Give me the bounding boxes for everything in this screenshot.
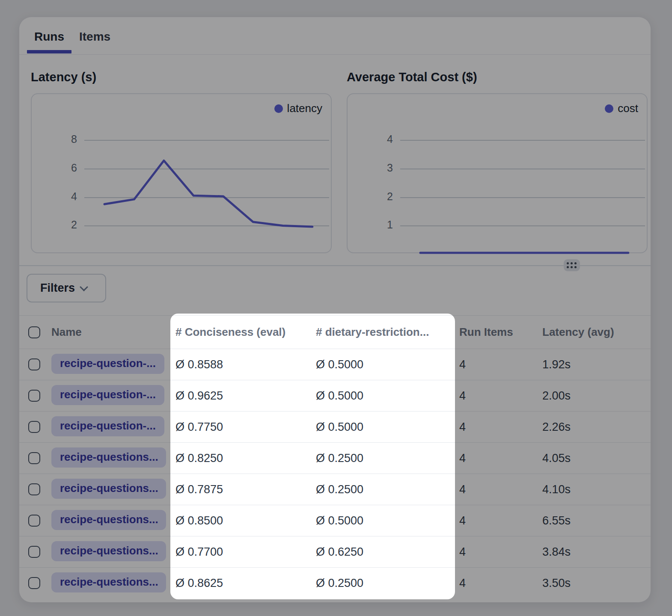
- latency-legend-dot-icon: [274, 104, 283, 113]
- conciseness-value: Ø 0.7875: [175, 483, 316, 496]
- latency-avg-value: 3.84s: [542, 545, 651, 559]
- dietary-restriction-value: Ø 0.5000: [316, 514, 459, 527]
- column-header-dietary-restriction: # dietary-restriction...: [316, 326, 459, 339]
- table-row[interactable]: recipe-questions... Ø 0.8625 Ø 0.2500 4 …: [19, 567, 651, 598]
- page: { "tabs": { "runs": "Runs", "items": "It…: [0, 0, 672, 616]
- row-checkbox[interactable]: [28, 421, 40, 433]
- table-row[interactable]: recipe-questions... Ø 0.7700 Ø 0.6250 4 …: [19, 536, 651, 567]
- column-header-name: Name: [51, 326, 175, 339]
- run-items-value: 4: [459, 421, 542, 434]
- run-items-value: 4: [459, 577, 542, 590]
- section-divider: [19, 265, 651, 266]
- run-items-value: 4: [459, 389, 542, 403]
- conciseness-value: Ø 0.7750: [175, 421, 316, 434]
- filters-button[interactable]: Filters: [27, 274, 106, 302]
- table-row[interactable]: recipe-question-... Ø 0.7750 Ø 0.5000 4 …: [19, 411, 651, 442]
- run-items-value: 4: [459, 483, 542, 496]
- active-tab-indicator: [27, 50, 71, 53]
- resize-grip-handle[interactable]: [564, 259, 580, 271]
- row-checkbox[interactable]: [28, 577, 40, 589]
- table-row[interactable]: recipe-question-... Ø 0.9625 Ø 0.5000 4 …: [19, 380, 651, 411]
- run-items-value: 4: [459, 452, 542, 465]
- latency-avg-value: 4.05s: [542, 452, 651, 465]
- row-checkbox[interactable]: [28, 452, 40, 464]
- select-all-checkbox[interactable]: [28, 326, 40, 338]
- latency-avg-value: 2.26s: [542, 421, 651, 434]
- column-header-latency-avg: Latency (avg): [542, 326, 651, 339]
- dietary-restriction-value: Ø 0.2500: [316, 577, 459, 590]
- cost-chart: cost 4321: [347, 93, 648, 253]
- conciseness-value: Ø 0.8500: [175, 514, 316, 527]
- run-name-badge[interactable]: recipe-question-...: [51, 416, 164, 436]
- conciseness-value: Ø 0.7700: [175, 545, 316, 559]
- row-checkbox[interactable]: [28, 358, 40, 370]
- chevron-down-icon: [80, 283, 88, 291]
- row-checkbox[interactable]: [28, 390, 40, 402]
- latency-legend-label: latency: [287, 102, 322, 115]
- run-name-badge[interactable]: recipe-questions...: [51, 510, 166, 530]
- row-checkbox[interactable]: [28, 546, 40, 558]
- cost-line-chart: [348, 94, 648, 254]
- cost-legend-label: cost: [618, 102, 638, 115]
- latency-chart-title: Latency (s): [31, 70, 96, 84]
- tab-items[interactable]: Items: [79, 30, 110, 44]
- row-checkbox[interactable]: [28, 483, 40, 495]
- run-name-badge[interactable]: recipe-questions...: [51, 572, 166, 592]
- latency-avg-value: 1.92s: [542, 358, 651, 371]
- conciseness-value: Ø 0.9625: [175, 389, 316, 403]
- latency-avg-value: 3.50s: [542, 577, 651, 590]
- dietary-restriction-value: Ø 0.2500: [316, 483, 459, 496]
- table-header-row: Name # Conciseness (eval) # dietary-rest…: [19, 315, 651, 349]
- runs-table: Name # Conciseness (eval) # dietary-rest…: [19, 315, 651, 598]
- dietary-restriction-value: Ø 0.2500: [316, 452, 459, 465]
- run-name-badge[interactable]: recipe-questions...: [51, 447, 166, 468]
- run-items-value: 4: [459, 545, 542, 559]
- dietary-restriction-value: Ø 0.5000: [316, 421, 459, 434]
- dietary-restriction-value: Ø 0.5000: [316, 389, 459, 403]
- cost-legend-dot-icon: [605, 104, 613, 113]
- row-checkbox[interactable]: [28, 515, 40, 527]
- dietary-restriction-value: Ø 0.6250: [316, 545, 459, 559]
- table-row[interactable]: recipe-questions... Ø 0.8250 Ø 0.2500 4 …: [19, 442, 651, 474]
- tab-bar: Runs Items: [19, 17, 651, 55]
- latency-legend: latency: [274, 102, 322, 115]
- latency-avg-value: 4.10s: [542, 483, 651, 496]
- conciseness-value: Ø 0.8250: [175, 452, 316, 465]
- run-items-value: 4: [459, 514, 542, 527]
- table-row[interactable]: recipe-questions... Ø 0.8500 Ø 0.5000 4 …: [19, 505, 651, 536]
- run-name-badge[interactable]: recipe-question-...: [51, 354, 164, 374]
- cost-legend: cost: [605, 102, 638, 115]
- table-row[interactable]: recipe-question-... Ø 0.8588 Ø 0.5000 4 …: [19, 349, 651, 380]
- conciseness-value: Ø 0.8625: [175, 577, 316, 590]
- tab-runs[interactable]: Runs: [34, 30, 64, 44]
- filters-button-label: Filters: [40, 281, 75, 295]
- run-name-badge[interactable]: recipe-questions...: [51, 479, 166, 499]
- latency-chart: latency 8642: [31, 93, 332, 253]
- run-name-badge[interactable]: recipe-questions...: [51, 541, 166, 561]
- conciseness-value: Ø 0.8588: [175, 358, 316, 371]
- grip-dots-icon: [567, 262, 577, 269]
- run-name-badge[interactable]: recipe-question-...: [51, 385, 164, 405]
- latency-avg-value: 6.55s: [542, 514, 651, 527]
- column-header-conciseness: # Conciseness (eval): [175, 326, 316, 339]
- latency-line-chart: [32, 94, 333, 254]
- dietary-restriction-value: Ø 0.5000: [316, 358, 459, 371]
- cost-chart-title: Average Total Cost ($): [347, 70, 477, 84]
- run-items-value: 4: [459, 358, 542, 371]
- column-header-run-items: Run Items: [459, 326, 542, 339]
- runs-panel: Runs Items Latency (s) Average Total Cos…: [19, 17, 651, 602]
- latency-avg-value: 2.00s: [542, 389, 651, 403]
- table-row[interactable]: recipe-questions... Ø 0.7875 Ø 0.2500 4 …: [19, 474, 651, 505]
